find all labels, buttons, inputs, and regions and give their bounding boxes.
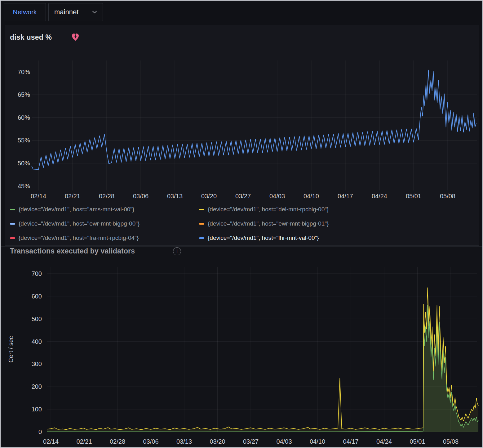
legend-item[interactable]: {device="/dev/md1", host="lhr-mnt-val-00… — [199, 231, 444, 245]
x-axis-tick-label: 05/01 — [406, 193, 421, 199]
network-label: Network — [13, 8, 37, 16]
y-axis-tick-label: 45% — [18, 183, 30, 190]
network-variable-dropdown[interactable]: mainnet — [48, 3, 103, 21]
x-axis-tick-label: 05/08 — [443, 438, 459, 445]
legend-swatch-icon — [10, 237, 15, 239]
y-axis-tick-label: 200 — [32, 383, 42, 390]
legend-label: {device="/dev/md1", host="ewr-mnt-bigpg-… — [208, 220, 329, 227]
disk-used-chart[interactable]: 45%50%55%60%65%70%02/1402/2102/2803/0603… — [1, 47, 483, 204]
grafana-dashboard: Network mainnet disk used % {device="/de… — [0, 0, 483, 448]
x-axis-tick-label: 05/01 — [410, 438, 425, 445]
legend-swatch-icon — [10, 209, 15, 210]
legend-label: {device="/dev/md1", host="ams-mnt-val-00… — [19, 206, 134, 213]
x-axis-tick-label: 04/03 — [269, 193, 285, 199]
info-icon[interactable]: i — [173, 247, 181, 255]
x-axis-tick-label: 04/10 — [310, 438, 325, 445]
chevron-down-icon — [92, 11, 97, 14]
network-variable-label: Network — [4, 3, 46, 21]
x-axis-tick-label: 04/24 — [376, 438, 392, 445]
x-axis-tick-label: 04/17 — [343, 438, 358, 445]
y-axis-tick-label: 65% — [18, 91, 30, 98]
y-axis-tick-label: 0 — [38, 428, 42, 435]
y-axis-tick-label: 400 — [32, 338, 42, 345]
legend-item[interactable]: {device="/dev/md1", host="fra-mnt-rpcbig… — [10, 231, 199, 245]
disk-panel-title[interactable]: disk used % — [10, 33, 52, 42]
x-axis-tick-label: 03/27 — [235, 193, 251, 199]
plot-area[interactable] — [47, 267, 477, 432]
x-axis-tick-label: 02/14 — [31, 193, 46, 199]
y-axis-tick-label: 70% — [18, 69, 30, 75]
x-axis-tick-label: 03/06 — [133, 193, 148, 199]
disk-chart-legend: {device="/dev/md1", host="ams-mnt-val-00… — [10, 202, 444, 245]
broken-heart-icon[interactable] — [71, 32, 80, 41]
x-axis-tick-label: 04/17 — [338, 193, 353, 199]
x-axis-tick-label: 05/08 — [440, 193, 455, 199]
y-axis-tick-label: 700 — [32, 270, 42, 277]
legend-label: {device="/dev/md1", host="ewr-mnt-bigpg-… — [19, 220, 140, 227]
legend-label: {device="/dev/md1", host="fra-mnt-rpcbig… — [19, 235, 139, 241]
y-axis-tick-label: 300 — [32, 361, 42, 367]
x-axis-tick-label: 02/21 — [76, 438, 92, 445]
legend-item[interactable]: {device="/dev/md1", host="ewr-mnt-bigpg-… — [10, 217, 199, 231]
x-axis-tick-label: 04/24 — [372, 193, 387, 199]
x-axis-tick-label: 03/13 — [176, 438, 192, 445]
y-axis-tick-label: 100 — [32, 406, 42, 413]
legend-swatch-icon — [199, 223, 204, 225]
x-axis-tick-label: 04/10 — [304, 193, 319, 199]
tx-panel-title[interactable]: Transactions executed by validators — [10, 247, 135, 255]
x-axis-tick-label: 04/03 — [276, 438, 292, 445]
x-axis-tick-label: 03/20 — [201, 193, 217, 199]
legend-item[interactable]: {device="/dev/md1", host="del-mnt-rpcbig… — [199, 202, 444, 217]
x-axis-tick-label: 02/28 — [99, 193, 114, 199]
x-axis-tick-label: 02/28 — [110, 438, 125, 445]
plot-area[interactable] — [32, 60, 477, 190]
x-axis-tick-label: 02/14 — [43, 438, 59, 445]
legend-item[interactable]: {device="/dev/md1", host="ams-mnt-val-00… — [10, 202, 199, 217]
y-axis-tick-label: 500 — [32, 316, 42, 322]
legend-label: {device="/dev/md1", host="del-mnt-rpcbig… — [208, 206, 329, 213]
x-axis-tick-label: 03/06 — [143, 438, 158, 445]
transactions-chart[interactable]: 010020030040050060070002/1402/2102/2803/… — [1, 261, 483, 448]
x-axis-tick-label: 03/27 — [243, 438, 259, 445]
legend-label: {device="/dev/md1", host="lhr-mnt-val-00… — [208, 235, 319, 241]
x-axis-tick-label: 03/20 — [210, 438, 225, 445]
x-axis-tick-label: 02/21 — [65, 193, 80, 199]
y-axis-tick-label: 50% — [18, 160, 30, 167]
legend-swatch-icon — [199, 209, 204, 210]
y-axis-title: Cert / sec — [7, 336, 14, 363]
legend-item[interactable]: {device="/dev/md1", host="ewr-mnt-bigpg-… — [199, 217, 444, 231]
y-axis-tick-label: 600 — [32, 293, 42, 300]
legend-swatch-icon — [199, 237, 204, 239]
y-axis-tick-label: 55% — [18, 137, 30, 144]
y-axis-tick-label: 60% — [18, 114, 30, 121]
network-variable-value: mainnet — [54, 8, 78, 16]
legend-swatch-icon — [10, 223, 15, 225]
x-axis-tick-label: 03/13 — [167, 193, 183, 199]
